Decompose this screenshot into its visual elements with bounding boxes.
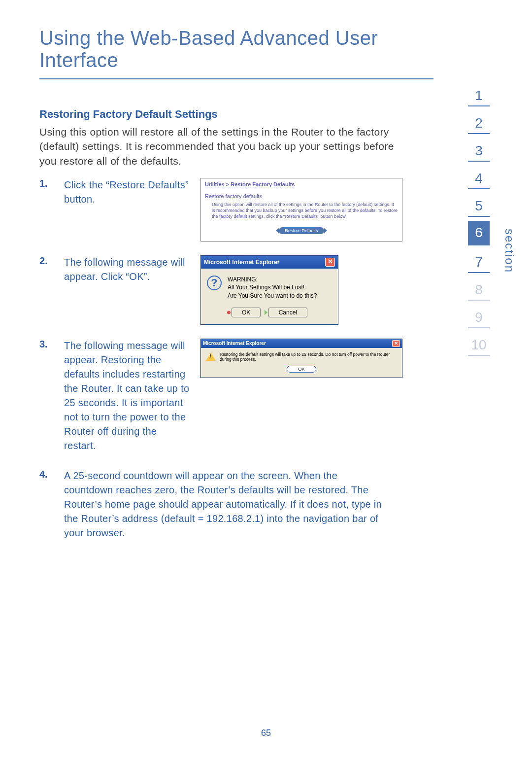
sidebar-item-5[interactable]: 5: [468, 193, 490, 217]
step-2: 2. The following message will appear. Cl…: [39, 255, 394, 325]
page-title: Using the Web-Based Advanced User Interf…: [39, 27, 433, 79]
sidebar-item-10[interactable]: 10: [468, 332, 490, 356]
step-number: 1.: [39, 178, 53, 242]
sidebar-item-1[interactable]: 1: [468, 83, 490, 106]
warning-icon: [206, 352, 216, 361]
utilities-description: Using this option will restore all of th…: [212, 202, 398, 219]
sidebar-item-8[interactable]: 8: [468, 277, 490, 301]
question-icon: ?: [207, 276, 222, 290]
dialog-message: WARNING: All Your Settings Will be Lost!…: [228, 276, 317, 300]
cancel-button[interactable]: Cancel: [268, 308, 307, 317]
warning-line-3: Are You Sure You want to do this?: [228, 292, 317, 300]
utilities-subtitle: Restore factory defaults: [205, 193, 398, 199]
sidebar-item-2[interactable]: 2: [468, 110, 490, 134]
step-list: 1. Click the “Restore Defaults” button. …: [39, 178, 394, 540]
step-3: 3. The following message will appear. Re…: [39, 339, 394, 453]
ok-button[interactable]: OK: [232, 308, 261, 317]
ok-button[interactable]: OK: [287, 366, 316, 373]
step-text: The following message will appear. Resto…: [64, 339, 190, 453]
close-icon[interactable]: ✕: [392, 340, 400, 347]
section-subheading: Restoring Factory Default Settings: [39, 108, 394, 121]
dialog-title: Microsoft Internet Explorer: [204, 259, 279, 266]
close-icon[interactable]: ✕: [325, 258, 335, 267]
ie-confirm-figure: Microsoft Internet Explorer ✕ ? WARNING:…: [200, 255, 394, 325]
utilities-breadcrumb: Utilities > Restore Factory Defaults: [205, 181, 398, 187]
dialog-titlebar: Microsoft Internet Explorer ✕: [201, 339, 402, 348]
step-number: 3.: [39, 339, 53, 453]
intro-paragraph: Using this option will restore all of th…: [39, 125, 394, 168]
restore-defaults-button[interactable]: Restore Defaults: [279, 227, 324, 234]
page-number: 65: [261, 728, 271, 738]
step-number: 2.: [39, 255, 53, 325]
ie-confirm-dialog: Microsoft Internet Explorer ✕ ? WARNING:…: [200, 255, 338, 325]
warning-line-1: WARNING:: [228, 276, 317, 283]
step-number: 4.: [39, 469, 53, 540]
sidebar-item-7[interactable]: 7: [468, 249, 490, 273]
utilities-panel-figure: Utilities > Restore Factory Defaults Res…: [200, 178, 402, 242]
dialog-message: Restoring the default settings will take…: [220, 352, 397, 362]
sidebar-item-4[interactable]: 4: [468, 166, 490, 189]
ie-alert-dialog: Microsoft Internet Explorer ✕ Restoring …: [200, 339, 402, 378]
sidebar-item-3[interactable]: 3: [468, 138, 490, 162]
step-text: Click the “Restore Defaults” button.: [64, 178, 190, 242]
content-column: Restoring Factory Default Settings Using…: [39, 108, 394, 540]
sidebar-label: section: [502, 229, 516, 273]
sidebar-item-9[interactable]: 9: [468, 305, 490, 328]
manual-page: Using the Web-Based Advanced User Interf…: [0, 0, 532, 760]
dialog-title: Microsoft Internet Explorer: [203, 341, 266, 346]
step-text: The following message will appear. Click…: [64, 255, 190, 325]
step-text: A 25-second countdown will appear on the…: [64, 470, 382, 538]
step-4: 4. A 25-second countdown will appear on …: [39, 469, 394, 540]
step-1: 1. Click the “Restore Defaults” button. …: [39, 178, 394, 242]
section-sidebar: section 1 2 3 4 5 6 7 8 9 10: [455, 83, 502, 360]
warning-line-2: All Your Settings Will be Lost!: [228, 283, 317, 291]
sidebar-item-6[interactable]: 6: [468, 221, 490, 245]
dialog-titlebar: Microsoft Internet Explorer ✕: [201, 256, 338, 269]
ie-alert-figure: Microsoft Internet Explorer ✕ Restoring …: [200, 339, 402, 453]
utilities-panel: Utilities > Restore Factory Defaults Res…: [200, 178, 402, 242]
